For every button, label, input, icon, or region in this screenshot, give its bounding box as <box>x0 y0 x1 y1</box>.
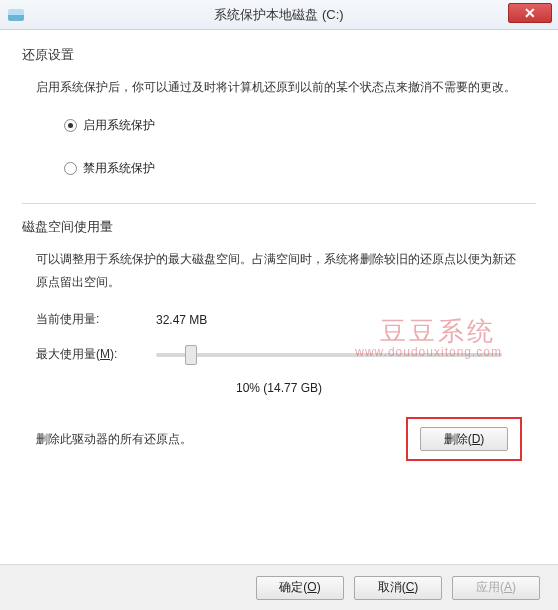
titlebar: 系统保护本地磁盘 (C:) ✕ <box>0 0 558 30</box>
close-button[interactable]: ✕ <box>508 3 552 23</box>
disk-description: 可以调整用于系统保护的最大磁盘空间。占满空间时，系统将删除较旧的还原点以便为新还… <box>36 248 522 294</box>
delete-row: 删除此驱动器的所有还原点。 删除(D) <box>36 417 522 461</box>
restore-description: 启用系统保护后，你可以通过及时将计算机还原到以前的某个状态点来撤消不需要的更改。 <box>36 76 522 99</box>
delete-button[interactable]: 删除(D) <box>420 427 508 451</box>
cancel-button[interactable]: 取消(C) <box>354 576 442 600</box>
dialog-footer: 确定(O) 取消(C) 应用(A) <box>0 564 558 610</box>
current-usage-label: 当前使用量: <box>36 311 156 328</box>
radio-icon <box>64 119 77 132</box>
slider-thumb[interactable] <box>185 345 197 365</box>
radio-disable-protection[interactable]: 禁用系统保护 <box>36 160 522 177</box>
radio-icon <box>64 162 77 175</box>
delete-description: 删除此驱动器的所有还原点。 <box>36 431 192 448</box>
apply-button: 应用(A) <box>452 576 540 600</box>
current-usage-row: 当前使用量: 32.47 MB <box>36 311 522 328</box>
ok-button[interactable]: 确定(O) <box>256 576 344 600</box>
radio-enable-protection[interactable]: 启用系统保护 <box>36 117 522 134</box>
current-usage-value: 32.47 MB <box>156 313 207 327</box>
section-divider <box>22 203 536 204</box>
drive-icon <box>8 9 24 21</box>
content-area: 还原设置 启用系统保护后，你可以通过及时将计算机还原到以前的某个状态点来撤消不需… <box>0 30 558 461</box>
restore-section-title: 还原设置 <box>22 46 536 64</box>
max-usage-label: 最大使用量(M): <box>36 346 156 363</box>
disk-section-title: 磁盘空间使用量 <box>22 218 536 236</box>
slider-percent-value: 10% (14.77 GB) <box>36 381 522 395</box>
max-usage-slider[interactable] <box>156 353 502 357</box>
close-icon: ✕ <box>524 5 536 21</box>
delete-highlight-box: 删除(D) <box>406 417 522 461</box>
max-usage-row: 最大使用量(M): <box>36 346 522 363</box>
radio-enable-label: 启用系统保护 <box>83 117 155 134</box>
window-title: 系统保护本地磁盘 (C:) <box>214 6 343 24</box>
radio-disable-label: 禁用系统保护 <box>83 160 155 177</box>
